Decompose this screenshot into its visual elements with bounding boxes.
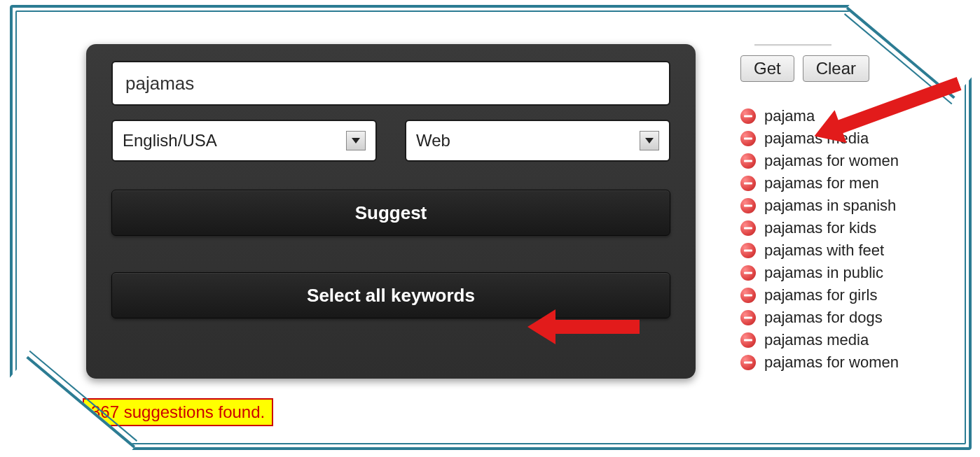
keyword-list-item: pajamas for kids [740,219,965,237]
remove-icon[interactable] [740,131,756,146]
source-select[interactable]: Web [405,120,670,162]
keyword-input[interactable] [111,61,670,106]
remove-icon[interactable] [740,176,756,191]
remove-icon[interactable] [740,220,756,236]
suggest-button[interactable]: Suggest [111,190,670,236]
remove-icon[interactable] [740,288,756,303]
remove-icon[interactable] [740,332,756,348]
remove-icon[interactable] [740,310,756,325]
clear-button[interactable]: Clear [803,55,869,82]
keyword-list-item: pajamas for women [740,353,965,372]
annotation-arrow-icon [527,306,640,348]
divider [754,44,831,45]
select-row: English/USA Web [111,120,670,162]
remove-icon[interactable] [740,355,756,370]
decorative-frame: English/USA Web Suggest Select all keywo… [10,5,972,450]
dropdown-arrow-icon [346,131,366,150]
keyword-list-item: pajamas for men [740,174,965,192]
remove-icon[interactable] [740,243,756,258]
content-area: English/USA Web Suggest Select all keywo… [62,22,941,433]
keyword-text: pajamas for women [764,353,899,372]
language-select-value: English/USA [123,131,217,150]
language-select[interactable]: English/USA [111,120,377,162]
keyword-text: pajamas in public [764,264,883,282]
keyword-list-item: pajamas in spanish [740,197,965,215]
keyword-list-item: pajamas media [740,331,965,349]
keyword-text: pajamas in spanish [764,197,896,215]
keyword-text: pajama [764,107,815,125]
svg-marker-0 [352,138,360,143]
keyword-text: pajamas for kids [764,219,876,237]
svg-marker-3 [527,309,640,344]
keyword-text: pajamas for dogs [764,309,883,327]
dropdown-arrow-icon [640,131,659,150]
keyword-text: pajamas for men [764,174,879,192]
keyword-text: pajamas for girls [764,286,877,304]
svg-marker-1 [645,138,654,143]
get-button[interactable]: Get [740,55,794,82]
keyword-list-item: pajamas in public [740,264,965,282]
keyword-text: pajamas with feet [764,241,884,260]
remove-icon[interactable] [740,265,756,281]
source-select-value: Web [416,131,450,150]
keyword-list-item: pajamas with feet [740,241,965,260]
remove-icon[interactable] [740,198,756,213]
keyword-list-item: pajamas for dogs [740,309,965,327]
keyword-list-item: pajamas for girls [740,286,965,304]
remove-icon[interactable] [740,153,756,169]
keyword-text: pajamas media [764,331,869,349]
remove-icon[interactable] [740,108,756,124]
